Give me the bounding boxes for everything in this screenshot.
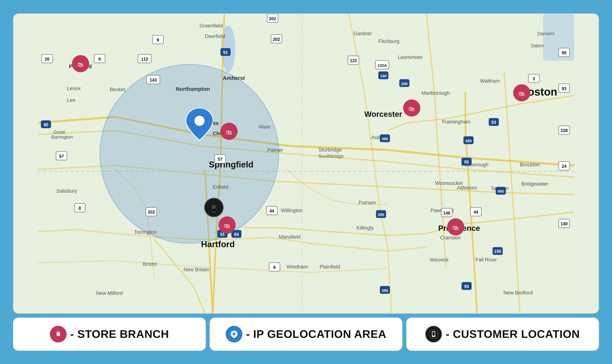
svg-point-152: [233, 332, 235, 335]
svg-text:Brockton: Brockton: [520, 161, 540, 167]
svg-text:🛍: 🛍: [519, 90, 525, 97]
svg-text:93: 93: [562, 86, 567, 91]
svg-text:Sturbridge: Sturbridge: [318, 147, 342, 153]
svg-text:122: 122: [350, 58, 357, 63]
svg-point-147: [194, 116, 204, 126]
svg-text:Enfield: Enfield: [213, 184, 228, 190]
svg-text:91: 91: [223, 50, 228, 55]
svg-text:Salisbury: Salisbury: [56, 188, 77, 194]
svg-text:9: 9: [98, 57, 101, 61]
svg-text:6: 6: [273, 265, 276, 270]
svg-text:🛍: 🛍: [409, 105, 415, 112]
ip-geolocation-label: - IP GEOLOCATION AREA: [246, 328, 387, 340]
svg-text:Killingly: Killingly: [356, 225, 374, 231]
svg-text:🛍: 🛍: [453, 224, 459, 231]
svg-text:Barrington: Barrington: [51, 134, 73, 140]
svg-text:Palmer: Palmer: [267, 147, 283, 153]
legend-store-branch: - STORE BRANCH: [13, 317, 206, 351]
svg-text:Fitchburg: Fitchburg: [378, 38, 400, 44]
store-branch-icon: [50, 326, 66, 342]
svg-text:Great: Great: [53, 129, 65, 134]
svg-text:395: 395: [378, 212, 384, 217]
svg-text:Leominster: Leominster: [398, 54, 423, 60]
svg-text:395: 395: [382, 137, 388, 141]
svg-text:44: 44: [473, 210, 478, 215]
legend-bar: - STORE BRANCH - IP GEOLOCATION AREA: [13, 317, 599, 351]
svg-text:New Bedford: New Bedford: [504, 290, 533, 296]
svg-text:122A: 122A: [378, 63, 387, 67]
ip-geolocation-icon: [226, 326, 242, 342]
svg-text:140: 140: [561, 221, 568, 226]
svg-text:57: 57: [218, 157, 222, 162]
svg-text:Lenox: Lenox: [67, 85, 81, 91]
svg-text:112: 112: [141, 57, 148, 61]
svg-text:24: 24: [562, 164, 567, 169]
svg-text:Putnam: Putnam: [358, 200, 376, 206]
svg-text:395: 395: [382, 288, 388, 292]
svg-text:Danvers: Danvers: [537, 31, 555, 36]
svg-text:143: 143: [150, 78, 157, 82]
svg-text:495: 495: [498, 189, 504, 193]
svg-text:202: 202: [269, 16, 276, 21]
svg-point-156: [433, 336, 434, 337]
svg-text:📱: 📱: [210, 205, 218, 212]
svg-text:Waltham: Waltham: [480, 78, 500, 84]
svg-text:New Britain: New Britain: [183, 266, 209, 272]
svg-text:Southbridge: Southbridge: [318, 153, 344, 158]
map-area: Springfield Hartford Worcester Boston Pr…: [13, 13, 599, 314]
svg-text:195: 195: [494, 249, 501, 254]
map-svg: Springfield Hartford Worcester Boston Pr…: [13, 14, 599, 313]
svg-text:20: 20: [45, 57, 50, 61]
svg-text:Northampton: Northampton: [176, 86, 210, 92]
svg-text:202: 202: [148, 210, 155, 215]
svg-text:Gardner: Gardner: [353, 31, 372, 36]
svg-text:84: 84: [234, 232, 239, 237]
svg-text:3: 3: [533, 76, 535, 81]
store-branch-label: - STORE BRANCH: [70, 328, 169, 340]
svg-text:290: 290: [401, 81, 408, 86]
svg-text:🛍: 🛍: [226, 129, 232, 136]
svg-text:Bridgewater: Bridgewater: [521, 181, 548, 187]
svg-text:93: 93: [492, 120, 496, 125]
svg-text:Hartford: Hartford: [201, 239, 235, 249]
svg-text:Warwick: Warwick: [430, 257, 449, 262]
main-container: Springfield Hartford Worcester Boston Pr…: [7, 8, 605, 356]
svg-text:Mansfield: Mansfield: [279, 234, 300, 240]
svg-text:190: 190: [380, 74, 387, 78]
svg-text:Framingham: Framingham: [442, 119, 470, 125]
svg-text:44: 44: [270, 208, 274, 213]
svg-text:228: 228: [561, 128, 568, 133]
svg-text:Cranston: Cranston: [440, 234, 461, 240]
svg-text:🛍: 🛍: [224, 222, 230, 229]
svg-text:New Milford: New Milford: [96, 290, 123, 296]
customer-location-label: - CUSTOMER LOCATION: [446, 328, 580, 340]
svg-text:Torrington: Torrington: [134, 229, 157, 235]
svg-text:146: 146: [443, 210, 450, 215]
svg-text:9: 9: [157, 38, 159, 42]
svg-text:Becket: Becket: [110, 87, 125, 92]
svg-text:95: 95: [562, 50, 567, 55]
svg-text:Plainfield: Plainfield: [320, 264, 340, 269]
svg-text:8: 8: [79, 206, 81, 211]
svg-text:Greenfield: Greenfield: [200, 23, 223, 28]
svg-text:Attleboro: Attleboro: [457, 185, 477, 191]
svg-text:Willington: Willington: [281, 208, 303, 213]
svg-text:Fall River: Fall River: [476, 257, 497, 262]
svg-text:95: 95: [464, 160, 469, 165]
svg-text:57: 57: [59, 154, 64, 158]
svg-text:Lee: Lee: [67, 97, 75, 103]
customer-location-icon: [425, 326, 442, 342]
svg-text:Amherst: Amherst: [223, 75, 245, 81]
svg-text:90: 90: [44, 122, 48, 127]
svg-text:495: 495: [465, 139, 472, 143]
svg-text:Deerfield: Deerfield: [205, 33, 225, 39]
svg-text:95: 95: [464, 284, 469, 289]
svg-text:Worcester: Worcester: [364, 110, 402, 118]
svg-text:Windham: Windham: [286, 264, 308, 269]
svg-text:🛍: 🛍: [77, 61, 84, 68]
legend-ip-geolocation: - IP GEOLOCATION AREA: [209, 317, 403, 351]
svg-text:Ware: Ware: [259, 124, 270, 130]
svg-text:Bristol: Bristol: [143, 261, 157, 267]
svg-text:202: 202: [273, 37, 280, 41]
svg-rect-155: [432, 332, 435, 336]
